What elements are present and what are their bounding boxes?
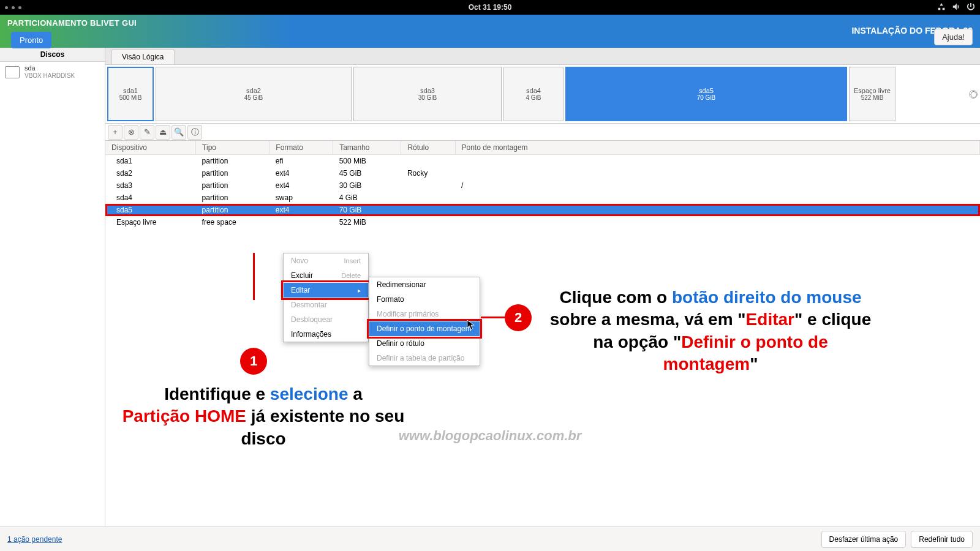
ctx-edit[interactable]: Editar▸ bbox=[284, 283, 368, 298]
ctx-modify-primaries: Modificar primários bbox=[369, 307, 480, 321]
col-label[interactable]: Rótulo bbox=[401, 141, 455, 155]
view-tabs: Visão Lógica bbox=[105, 48, 980, 65]
col-size[interactable]: Tamanho bbox=[333, 141, 401, 155]
ctx-format[interactable]: Formato bbox=[369, 292, 480, 307]
annotation-text-1: Identifique e selecione a Partição HOME … bbox=[110, 383, 417, 450]
partition-block-Espaço-livre[interactable]: Espaço livre522 MiB bbox=[849, 67, 895, 121]
partition-block-sda4[interactable]: sda44 GiB bbox=[503, 67, 564, 121]
page-title: PARTICIONAMENTO BLIVET GUI bbox=[7, 18, 137, 28]
col-type[interactable]: Tipo bbox=[196, 141, 270, 155]
partition-block-sda3[interactable]: sda330 GiB bbox=[353, 67, 502, 121]
ctx-set-parttable: Definir a tabela de partição bbox=[369, 351, 480, 365]
disk-model: VBOX HARDDISK bbox=[24, 72, 75, 80]
ctx-set-mountpoint[interactable]: Definir o ponto de montagem bbox=[369, 321, 480, 336]
harddisk-icon bbox=[5, 66, 20, 78]
add-button[interactable]: + bbox=[108, 125, 123, 140]
context-menu: NovoInsert ExcluirDelete Editar▸ Desmont… bbox=[283, 253, 369, 342]
disk-item-sda[interactable]: sda VBOX HARDDISK bbox=[0, 62, 105, 82]
bottom-bar: 1 ação pendente Desfazer última ação Red… bbox=[0, 527, 980, 551]
mouse-cursor-icon bbox=[467, 320, 475, 331]
partition-map: sda1500 MiBsda245 GiBsda330 GiBsda44 GiB… bbox=[105, 65, 980, 124]
decrypt-button[interactable]: 🔍 bbox=[172, 125, 186, 140]
ctx-resize[interactable]: Redimensionar bbox=[369, 277, 480, 292]
col-device[interactable]: Dispositivo bbox=[105, 141, 196, 155]
partition-block-sda1[interactable]: sda1500 MiB bbox=[107, 67, 154, 121]
info-button[interactable]: ⓘ bbox=[187, 125, 202, 140]
table-row[interactable]: sda1partitionefi500 MiB bbox=[105, 155, 980, 168]
disks-sidebar: Discos sda VBOX HARDDISK bbox=[0, 48, 105, 527]
ctx-unlock: Desbloquear bbox=[284, 312, 368, 327]
done-button[interactable]: Pronto bbox=[11, 32, 51, 48]
ctx-info[interactable]: Informações bbox=[284, 327, 368, 342]
partition-table: Dispositivo Tipo Formato Tamanho Rótulo … bbox=[105, 141, 980, 228]
volume-icon[interactable] bbox=[952, 2, 960, 13]
unmount-button[interactable]: ⏏ bbox=[156, 125, 170, 140]
partition-block-sda5[interactable]: sda570 GiB bbox=[565, 67, 847, 121]
partition-block-sda2[interactable]: sda245 GiB bbox=[156, 67, 352, 121]
partition-toolbar: + ⊗ ✎ ⏏ 🔍 ⓘ bbox=[105, 124, 980, 141]
table-row[interactable]: Espaço livrefree space522 MiB bbox=[105, 216, 980, 228]
remove-button[interactable]: ⊗ bbox=[124, 125, 138, 140]
annotation-badge-2: 2 bbox=[505, 304, 532, 331]
table-row[interactable]: sda2partitionext445 GiBRocky bbox=[105, 167, 980, 179]
watermark: www.blogopcaolinux.com.br bbox=[399, 428, 582, 444]
undo-button[interactable]: Desfazer última ação bbox=[821, 531, 907, 548]
reset-button[interactable]: Redefinir tudo bbox=[911, 531, 973, 548]
table-row[interactable]: sda3partitionext430 GiB/ bbox=[105, 179, 980, 192]
pending-actions-link[interactable]: 1 ação pendente bbox=[7, 535, 62, 544]
table-row[interactable]: sda4partitionswap4 GiB bbox=[105, 192, 980, 204]
gnome-top-bar: Oct 31 19:50 bbox=[0, 0, 980, 15]
help-button[interactable]: Ajuda! bbox=[934, 29, 973, 45]
annotation-connector-2 bbox=[481, 317, 505, 318]
clock[interactable]: Oct 31 19:50 bbox=[469, 3, 512, 12]
disk-name: sda bbox=[24, 64, 75, 72]
annotation-text-2: Clique com o botão direito do mouse sobr… bbox=[548, 287, 873, 376]
context-submenu-edit: Redimensionar Formato Modificar primário… bbox=[369, 277, 480, 366]
col-format[interactable]: Formato bbox=[270, 141, 333, 155]
ctx-unmount: Desmontar bbox=[284, 298, 368, 312]
annotation-connector-1 bbox=[253, 253, 255, 300]
activities-dots[interactable] bbox=[5, 6, 21, 9]
power-icon[interactable] bbox=[967, 2, 975, 13]
table-row[interactable]: sda5partitionext470 GiB bbox=[105, 204, 980, 216]
edit-button[interactable]: ✎ bbox=[140, 125, 154, 140]
annotation-badge-1: 1 bbox=[240, 348, 267, 375]
col-mount[interactable]: Ponto de montagem bbox=[455, 141, 980, 155]
expand-toggle-icon[interactable]: ◯ bbox=[969, 90, 978, 99]
ctx-delete[interactable]: ExcluirDelete bbox=[284, 268, 368, 283]
tab-logical-view[interactable]: Visão Lógica bbox=[111, 49, 175, 64]
ctx-new: NovoInsert bbox=[284, 253, 368, 268]
network-icon[interactable] bbox=[937, 2, 946, 13]
installer-header: PARTICIONAMENTO BLIVET GUI INSTALAÇÃO DO… bbox=[0, 15, 980, 48]
sidebar-header: Discos bbox=[0, 48, 105, 62]
ctx-set-label[interactable]: Definir o rótulo bbox=[369, 336, 480, 351]
